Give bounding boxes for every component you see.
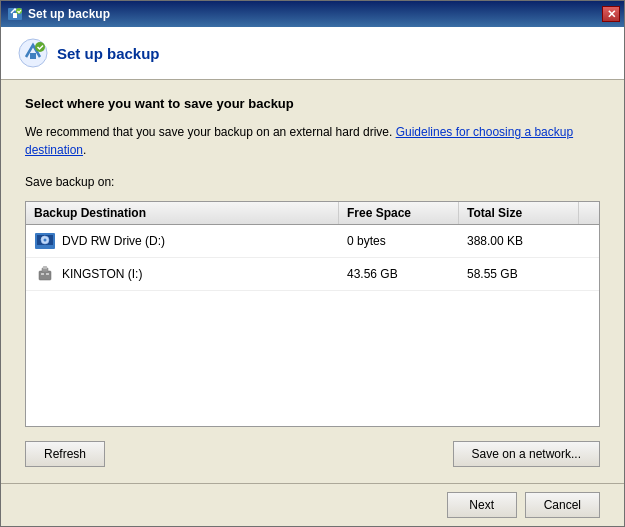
description-period: . bbox=[83, 143, 86, 157]
dvd-drive-icon bbox=[34, 230, 56, 252]
svg-rect-13 bbox=[41, 273, 44, 275]
drive-name-usb: KINGSTON (I:) bbox=[26, 258, 339, 290]
nav-strip: Next Cancel bbox=[1, 483, 624, 526]
col-header-total-size: Total Size bbox=[459, 202, 579, 224]
save-label: Save backup on: bbox=[25, 175, 600, 189]
drive-name-dvd: DVD RW Drive (D:) bbox=[26, 225, 339, 257]
col-header-destination: Backup Destination bbox=[26, 202, 339, 224]
title-bar-text: Set up backup bbox=[7, 6, 110, 22]
col-header-free-space: Free Space bbox=[339, 202, 459, 224]
col-header-extra bbox=[579, 202, 599, 224]
section-title: Select where you want to save your backu… bbox=[25, 96, 600, 111]
window-icon bbox=[7, 6, 23, 22]
svg-rect-14 bbox=[46, 273, 49, 275]
svg-point-9 bbox=[44, 239, 47, 242]
svg-rect-1 bbox=[13, 13, 17, 18]
kingston-total-size: 58.55 GB bbox=[459, 262, 579, 286]
svg-rect-12 bbox=[43, 266, 47, 269]
window: Set up backup ✕ Set up backup Select whe… bbox=[0, 0, 625, 527]
save-network-button[interactable]: Save on a network... bbox=[453, 441, 600, 467]
table-row[interactable]: KINGSTON (I:) 43.56 GB 58.55 GB bbox=[26, 258, 599, 291]
kingston-extra bbox=[579, 269, 599, 279]
main-content: Select where you want to save your backu… bbox=[1, 80, 624, 483]
description-text: We recommend that you save your backup o… bbox=[25, 125, 396, 139]
header-icon bbox=[17, 37, 49, 69]
svg-point-5 bbox=[35, 42, 45, 52]
table-row[interactable]: DVD RW Drive (D:) 0 bytes 388.00 KB bbox=[26, 225, 599, 258]
kingston-free-space: 43.56 GB bbox=[339, 262, 459, 286]
dvd-free-space: 0 bytes bbox=[339, 229, 459, 253]
dvd-total-size: 388.00 KB bbox=[459, 229, 579, 253]
next-button[interactable]: Next bbox=[447, 492, 517, 518]
table-header: Backup Destination Free Space Total Size bbox=[26, 202, 599, 225]
header-title: Set up backup bbox=[57, 45, 160, 62]
cancel-button[interactable]: Cancel bbox=[525, 492, 600, 518]
svg-rect-4 bbox=[30, 53, 36, 59]
refresh-button[interactable]: Refresh bbox=[25, 441, 105, 467]
close-button[interactable]: ✕ bbox=[602, 6, 620, 22]
backup-destination-table: Backup Destination Free Space Total Size… bbox=[25, 201, 600, 427]
dvd-extra bbox=[579, 236, 599, 246]
title-bar: Set up backup ✕ bbox=[1, 1, 624, 27]
header-strip: Set up backup bbox=[1, 27, 624, 80]
description: We recommend that you save your backup o… bbox=[25, 123, 600, 159]
svg-rect-10 bbox=[39, 271, 51, 280]
usb-drive-icon bbox=[34, 263, 56, 285]
